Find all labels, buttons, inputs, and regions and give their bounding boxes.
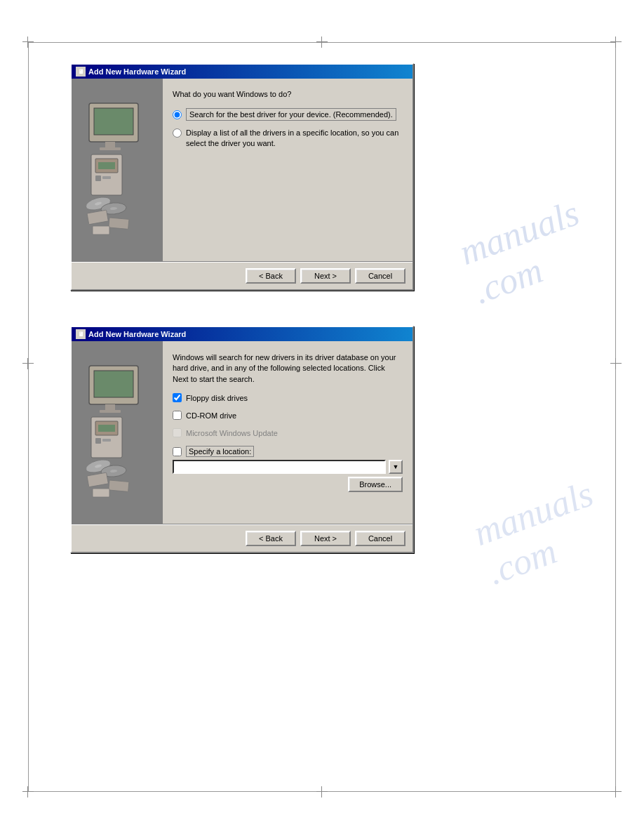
dialog1-icon: 🖥 [76,67,86,77]
computer-illustration-2 [79,362,156,503]
radio1-option[interactable]: Search for the best driver for your devi… [173,110,403,119]
radio1-label: Search for the best driver for your devi… [186,108,396,121]
svg-rect-24 [102,439,111,442]
svg-rect-13 [87,210,108,225]
msupdate-label: Microsoft Windows Update [186,429,278,437]
dialog1-title: Add New Hardware Wizard [88,67,186,76]
location-input[interactable] [173,460,386,474]
radio1-input[interactable] [173,110,182,119]
floppy-option[interactable]: Floppy disk drives [173,393,403,402]
dropdown-arrow-button[interactable]: ▼ [389,460,403,474]
dialog1: 🖥 Add New Hardware Wizard [70,63,414,291]
crosshair-mid-right [610,358,622,369]
msupdate-option: Microsoft Windows Update [173,428,403,437]
svg-rect-3 [100,147,121,150]
svg-rect-22 [98,425,115,432]
svg-rect-18 [105,404,115,410]
cdrom-checkbox[interactable] [173,411,182,420]
browse-button[interactable]: Browse... [348,477,403,492]
svg-rect-31 [93,489,109,497]
specify-option[interactable]: Specify a location: [173,446,403,457]
dialog2-body: Windows will search for new drivers in i… [72,341,412,524]
dialog2-icon: 🖥 [76,329,86,339]
browse-row: Browse... [173,477,403,492]
dialog2-cancel-button[interactable]: Cancel [355,531,405,546]
page-border-right [615,42,616,792]
crosshair-bl [22,786,34,797]
dialog1-footer: < Back Next > Cancel [72,263,412,289]
cdrom-option[interactable]: CD-ROM drive [173,411,403,420]
dialogs-container: 🖥 Add New Hardware Wizard [70,63,574,553]
svg-rect-1 [94,108,133,135]
page-border-left [28,42,29,792]
svg-rect-19 [100,410,121,413]
svg-rect-2 [105,142,115,147]
floppy-checkbox[interactable] [173,393,182,402]
location-row: ▼ [173,460,403,474]
dialog1-cancel-button[interactable]: Cancel [355,268,405,284]
svg-rect-23 [95,438,101,444]
dialog2-back-button[interactable]: < Back [246,531,296,546]
dialog1-content: What do you want Windows to do? Search f… [163,79,412,261]
dialog1-question: What do you want Windows to do? [173,90,403,98]
specify-row: Specify a location: ▼ Browse... [173,446,403,492]
dialog1-body: What do you want Windows to do? Search f… [72,79,412,261]
computer-illustration-1 [79,100,156,240]
dialog1-back-button[interactable]: < Back [246,268,296,284]
svg-rect-8 [102,176,111,179]
crosshair-center-top [316,37,328,48]
crosshair-tl [22,37,34,48]
radio2-option[interactable]: Display a list of all the drivers in a s… [173,128,403,148]
crosshair-br [610,786,622,797]
dialog1-sidebar [72,79,163,261]
dialog2-description: Windows will search for new drivers in i… [173,352,403,385]
dialog2-sidebar [72,341,163,524]
svg-rect-29 [87,472,108,487]
dialog2-content: Windows will search for new drivers in i… [163,341,412,524]
crosshair-mid-left [22,358,34,369]
dialog2-next-button[interactable]: Next > [300,531,351,546]
specify-checkbox[interactable] [173,447,182,456]
dialog2-titlebar: 🖥 Add New Hardware Wizard [72,327,412,341]
svg-rect-15 [93,226,109,234]
dialog1-next-button[interactable]: Next > [300,268,351,284]
specify-label: Specify a location: [186,446,254,457]
svg-rect-17 [94,371,133,397]
svg-rect-7 [95,176,101,181]
cdrom-label: CD-ROM drive [186,411,236,420]
dialog2-footer: < Back Next > Cancel [72,525,412,552]
msupdate-checkbox [173,428,182,437]
svg-rect-6 [98,162,115,169]
radio2-input[interactable] [173,128,182,138]
dialog2: 🖥 Add New Hardware Wizard [70,326,414,553]
svg-rect-14 [109,218,129,229]
floppy-label: Floppy disk drives [186,394,248,402]
radio2-label: Display a list of all the drivers in a s… [186,128,403,148]
dialog1-titlebar: 🖥 Add New Hardware Wizard [72,65,412,79]
crosshair-tr [610,37,622,48]
crosshair-center-bottom [316,786,328,797]
dialog2-title: Add New Hardware Wizard [88,330,186,338]
svg-rect-30 [109,480,129,491]
